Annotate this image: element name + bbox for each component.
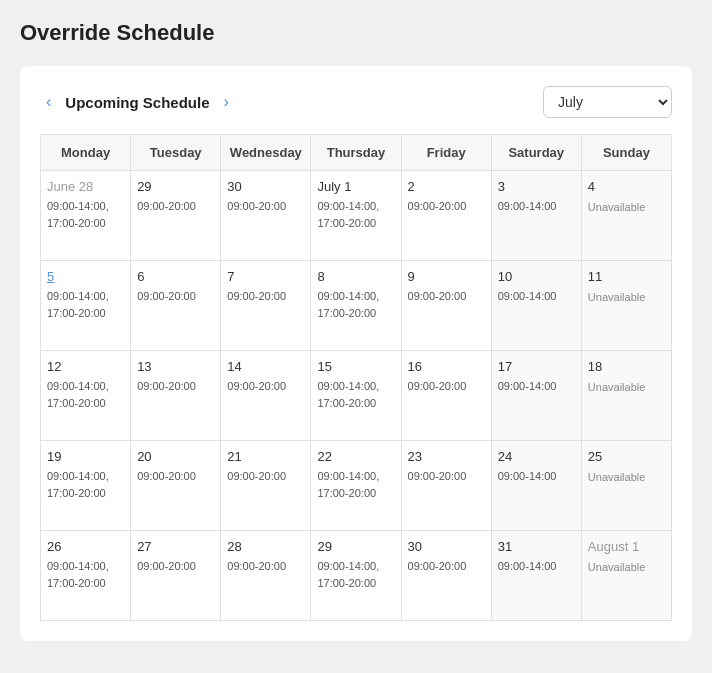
table-row: August 1Unavailable — [582, 531, 672, 621]
upcoming-label: Upcoming Schedule — [65, 94, 209, 111]
table-row: 1409:00-20:00 — [221, 351, 311, 441]
day-header-friday: Friday — [402, 135, 492, 171]
table-row: 3009:00-20:00 — [402, 531, 492, 621]
calendar-container: ‹ Upcoming Schedule › JanuaryFebruaryMar… — [20, 66, 692, 641]
table-row: 1309:00-20:00 — [131, 351, 221, 441]
table-row: 709:00-20:00 — [221, 261, 311, 351]
day-header-sunday: Sunday — [582, 135, 672, 171]
table-row: 1709:00-14:00 — [492, 351, 582, 441]
page-title: Override Schedule — [20, 20, 692, 46]
day-header-saturday: Saturday — [492, 135, 582, 171]
table-row: 1909:00-14:00,17:00-20:00 — [41, 441, 131, 531]
table-row: 2909:00-20:00 — [131, 171, 221, 261]
table-row: 1609:00-20:00 — [402, 351, 492, 441]
calendar-body: June 2809:00-14:00,17:00-20:002909:00-20… — [40, 171, 672, 621]
nav-section: ‹ Upcoming Schedule › — [40, 91, 235, 113]
table-row: 4Unavailable — [582, 171, 672, 261]
table-row: 2009:00-20:00 — [131, 441, 221, 531]
table-row: 309:00-14:00 — [492, 171, 582, 261]
table-row: 3009:00-20:00 — [221, 171, 311, 261]
month-select[interactable]: JanuaryFebruaryMarchAprilMayJuneJulyAugu… — [543, 86, 672, 118]
table-row: June 2809:00-14:00,17:00-20:00 — [41, 171, 131, 261]
table-row: 2709:00-20:00 — [131, 531, 221, 621]
table-row: 1209:00-14:00,17:00-20:00 — [41, 351, 131, 441]
day-header-thursday: Thursday — [311, 135, 401, 171]
table-row: 809:00-14:00,17:00-20:00 — [311, 261, 401, 351]
table-row: 18Unavailable — [582, 351, 672, 441]
table-row: 1509:00-14:00,17:00-20:00 — [311, 351, 401, 441]
table-row: 25Unavailable — [582, 441, 672, 531]
table-row: 209:00-20:00 — [402, 171, 492, 261]
table-row: 2309:00-20:00 — [402, 441, 492, 531]
day-header-monday: Monday — [41, 135, 131, 171]
table-row: 2909:00-14:00,17:00-20:00 — [311, 531, 401, 621]
table-row: 2409:00-14:00 — [492, 441, 582, 531]
next-arrow[interactable]: › — [218, 91, 235, 113]
table-row: 3109:00-14:00 — [492, 531, 582, 621]
table-row: 2809:00-20:00 — [221, 531, 311, 621]
day-header-wednesday: Wednesday — [221, 135, 311, 171]
table-row: 2209:00-14:00,17:00-20:00 — [311, 441, 401, 531]
calendar-header: ‹ Upcoming Schedule › JanuaryFebruaryMar… — [40, 86, 672, 118]
table-row: 2609:00-14:00,17:00-20:00 — [41, 531, 131, 621]
prev-arrow[interactable]: ‹ — [40, 91, 57, 113]
table-row: 909:00-20:00 — [402, 261, 492, 351]
table-row: 1009:00-14:00 — [492, 261, 582, 351]
table-row: 609:00-20:00 — [131, 261, 221, 351]
table-row: 11Unavailable — [582, 261, 672, 351]
day-header-tuesday: Tuesday — [131, 135, 221, 171]
table-row: July 109:00-14:00,17:00-20:00 — [311, 171, 401, 261]
calendar-grid: Monday Tuesday Wednesday Thursday Friday… — [40, 134, 672, 171]
table-row: 509:00-14:00,17:00-20:00 — [41, 261, 131, 351]
table-row: 2109:00-20:00 — [221, 441, 311, 531]
